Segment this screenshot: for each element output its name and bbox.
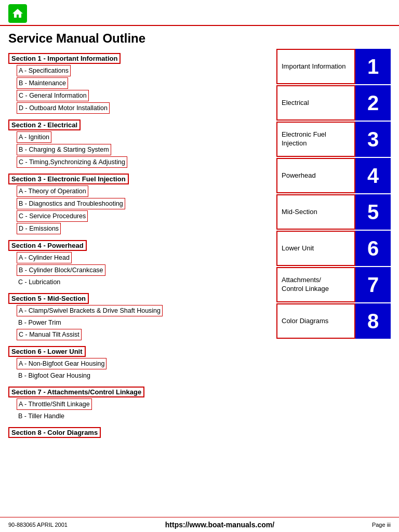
section-block-1: Section 1 - Important Information A - Sp… (8, 49, 266, 114)
footer-url[interactable]: https://www.boat-manuals.com/ (165, 521, 274, 529)
section-2-item-b[interactable]: B - Charging & Starting System (17, 144, 111, 155)
list-item: A - Clamp/Swivel Brackets & Drive Shaft … (17, 305, 266, 317)
nav-label-8: Color Diagrams (276, 303, 355, 339)
header (0, 0, 399, 26)
nav-number-5: 5 (355, 194, 391, 230)
nav-item-7[interactable]: Attachments/Control Linkage 7 (276, 267, 391, 302)
nav-item-2[interactable]: Electrical 2 (276, 85, 391, 121)
list-item: B - Bigfoot Gear Housing (17, 370, 266, 381)
nav-item-5[interactable]: Mid-Section 5 (276, 194, 391, 230)
section-header-1[interactable]: Section 1 - Important Information (8, 53, 121, 64)
section-5-item-a[interactable]: A - Clamp/Swivel Brackets & Drive Shaft … (17, 305, 163, 316)
section-1-item-c[interactable]: C - General Information (17, 90, 89, 101)
list-item: B - Power Trim (17, 317, 266, 328)
nav-item-4[interactable]: Powerhead 4 (276, 158, 391, 193)
nav-number-1: 1 (355, 49, 391, 84)
section-4-item-a[interactable]: A - Cylinder Head (17, 252, 72, 263)
section-1-items: A - Specifications B - Maintenance C - G… (8, 65, 266, 114)
section-4-item-c: C - Lubrication (17, 277, 266, 287)
nav-number-6: 6 (355, 231, 391, 266)
section-3-item-b[interactable]: B - Diagnostics and Troubleshooting (17, 198, 125, 209)
section-block-6: Section 6 - Lower Unit A - Non-Bigfoot G… (8, 342, 266, 381)
section-header-7[interactable]: Section 7 - Attachments/Control Linkage (8, 387, 144, 397)
list-item: C - General Information (17, 90, 266, 102)
list-item: A - Cylinder Head (17, 252, 266, 264)
section-3-item-c[interactable]: C - Service Procedures (17, 210, 88, 222)
section-block-4: Section 4 - Powerhead A - Cylinder Head … (8, 236, 266, 288)
section-6-item-a[interactable]: A - Non-Bigfoot Gear Housing (17, 358, 107, 369)
nav-item-1[interactable]: Important Information 1 (276, 49, 391, 84)
home-icon[interactable] (8, 4, 27, 23)
list-item: A - Non-Bigfoot Gear Housing (17, 358, 266, 370)
section-3-item-d[interactable]: D - Emissions (17, 223, 61, 234)
list-item: D - Outboard Motor Installation (17, 102, 266, 114)
section-7-item-a[interactable]: A - Throttle/Shift Linkage (17, 398, 92, 410)
list-item: C - Manual Tilt Assist (17, 329, 266, 341)
section-7-item-b: B - Tiller Handle (17, 411, 266, 421)
list-item: C - Lubrication (17, 277, 266, 288)
footer-part-number: 90-883065 APRIL 2001 (8, 522, 68, 528)
section-block-7: Section 7 - Attachments/Control Linkage … (8, 382, 266, 422)
section-2-item-a[interactable]: A - Ignition (17, 131, 51, 143)
section-header-3[interactable]: Section 3 - Electronic Fuel Injection (8, 174, 129, 184)
nav-label-3: Electronic FuelInjection (276, 122, 355, 157)
section-header-5[interactable]: Section 5 - Mid-Section (8, 293, 89, 304)
nav-label-text-5: Mid-Section (282, 208, 317, 217)
section-block-8: Section 8 - Color Diagrams (8, 423, 266, 439)
nav-label-5: Mid-Section (276, 194, 355, 230)
list-item: C - Service Procedures (17, 210, 266, 222)
list-item: A - Theory of Operation (17, 185, 266, 197)
section-block-2: Section 2 - Electrical A - Ignition B - … (8, 115, 266, 168)
list-item: D - Emissions (17, 223, 266, 235)
nav-label-2: Electrical (276, 85, 355, 121)
section-5-item-c[interactable]: C - Manual Tilt Assist (17, 329, 82, 340)
section-2-items: A - Ignition B - Charging & Starting Sys… (8, 131, 266, 168)
section-6-item-b: B - Bigfoot Gear Housing (17, 370, 266, 381)
list-item: C - Timing,Synchronizing & Adjusting (17, 156, 266, 168)
section-4-item-b[interactable]: B - Cylinder Block/Crankcase (17, 264, 105, 276)
footer: 90-883065 APRIL 2001 https://www.boat-ma… (0, 517, 399, 532)
list-item: B - Diagnostics and Troubleshooting (17, 198, 266, 210)
section-2-item-c[interactable]: C - Timing,Synchronizing & Adjusting (17, 156, 127, 168)
section-3-items: A - Theory of Operation B - Diagnostics … (8, 185, 266, 235)
section-3-item-a[interactable]: A - Theory of Operation (17, 185, 88, 197)
section-1-item-d[interactable]: D - Outboard Motor Installation (17, 102, 110, 114)
nav-label-text-6: Lower Unit (282, 244, 314, 253)
nav-label-text-8: Color Diagrams (282, 317, 328, 326)
nav-item-6[interactable]: Lower Unit 6 (276, 231, 391, 266)
footer-page: Page iii (372, 522, 391, 528)
nav-label-1: Important Information (276, 49, 355, 84)
list-item: B - Tiller Handle (17, 411, 266, 422)
nav-item-3[interactable]: Electronic FuelInjection 3 (276, 122, 391, 157)
section-header-4[interactable]: Section 4 - Powerhead (8, 240, 87, 251)
section-header-8[interactable]: Section 8 - Color Diagrams (8, 427, 101, 438)
section-header-2[interactable]: Section 2 - Electrical (8, 119, 81, 130)
section-5-items: A - Clamp/Swivel Brackets & Drive Shaft … (8, 305, 266, 341)
nav-label-text-7: Attachments/Control Linkage (282, 276, 329, 294)
section-block-3: Section 3 - Electronic Fuel Injection A … (8, 169, 266, 235)
nav-item-8[interactable]: Color Diagrams 8 (276, 303, 391, 339)
list-item: B - Cylinder Block/Crankcase (17, 264, 266, 276)
section-1-item-a[interactable]: A - Specifications (17, 65, 71, 76)
nav-label-6: Lower Unit (276, 231, 355, 266)
nav-label-7: Attachments/Control Linkage (276, 267, 355, 302)
list-item: A - Specifications (17, 65, 266, 77)
list-item: B - Charging & Starting System (17, 144, 266, 156)
list-item: A - Ignition (17, 131, 266, 143)
nav-label-4: Powerhead (276, 158, 355, 193)
section-block-5: Section 5 - Mid-Section A - Clamp/Swivel… (8, 289, 266, 341)
nav-label-text-1: Important Information (282, 62, 346, 71)
section-1-item-b[interactable]: B - Maintenance (17, 77, 68, 89)
nav-number-2: 2 (355, 85, 391, 121)
section-6-items: A - Non-Bigfoot Gear Housing B - Bigfoot… (8, 358, 266, 381)
section-4-items: A - Cylinder Head B - Cylinder Block/Cra… (8, 252, 266, 288)
outline-column: Section 1 - Important Information A - Sp… (8, 49, 276, 440)
main-content: Section 1 - Important Information A - Sp… (0, 49, 399, 440)
nav-label-text-4: Powerhead (282, 171, 316, 180)
list-item: A - Throttle/Shift Linkage (17, 398, 266, 410)
nav-column: Important Information 1 Electrical 2 Ele… (276, 49, 391, 440)
section-7-items: A - Throttle/Shift Linkage B - Tiller Ha… (8, 398, 266, 422)
section-header-6[interactable]: Section 6 - Lower Unit (8, 346, 86, 357)
nav-number-4: 4 (355, 158, 391, 193)
nav-number-7: 7 (355, 267, 391, 302)
